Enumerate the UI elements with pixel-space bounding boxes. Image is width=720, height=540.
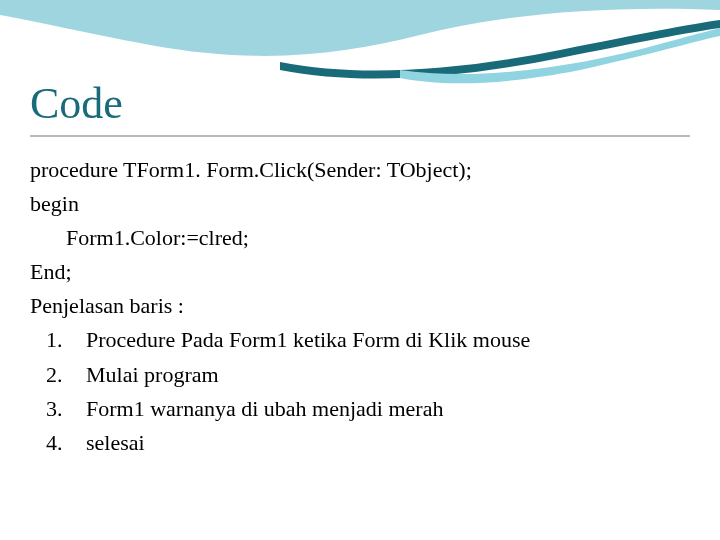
list-number: 4.: [30, 426, 86, 460]
code-line-1: procedure TForm1. Form.Click(Sender: TOb…: [30, 153, 690, 187]
list-number: 2.: [30, 358, 86, 392]
code-line-2: begin: [30, 187, 690, 221]
decorative-wave: [0, 0, 720, 90]
list-text: selesai: [86, 426, 690, 460]
title-divider: [30, 135, 690, 137]
list-text: Procedure Pada Form1 ketika Form di Klik…: [86, 323, 690, 357]
list-number: 3.: [30, 392, 86, 426]
list-item: 2. Mulai program: [30, 358, 690, 392]
code-line-3: Form1.Color:=clred;: [30, 221, 690, 255]
slide-title: Code: [30, 78, 690, 129]
list-item: 3. Form1 warnanya di ubah menjadi merah: [30, 392, 690, 426]
explanation-heading: Penjelasan baris :: [30, 289, 690, 323]
code-line-4: End;: [30, 255, 690, 289]
list-item: 1. Procedure Pada Form1 ketika Form di K…: [30, 323, 690, 357]
list-text: Mulai program: [86, 358, 690, 392]
list-number: 1.: [30, 323, 86, 357]
list-item: 4. selesai: [30, 426, 690, 460]
list-text: Form1 warnanya di ubah menjadi merah: [86, 392, 690, 426]
